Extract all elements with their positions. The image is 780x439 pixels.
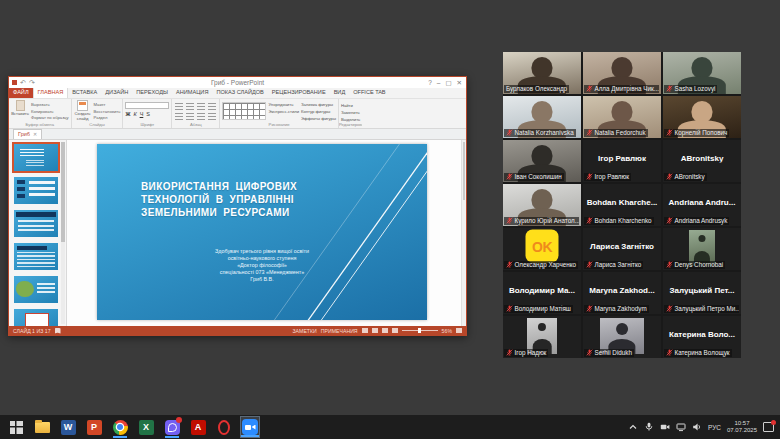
tab-office-tab[interactable]: OFFICE TAB bbox=[349, 87, 389, 98]
undo-icon[interactable]: ↶ bbox=[20, 80, 26, 85]
participant-tile[interactable]: Maryna Zakhod...Maryna Zakhodym bbox=[583, 272, 661, 314]
reading-view-icon[interactable] bbox=[382, 328, 388, 333]
participant-tile[interactable]: Denys Chornobai bbox=[663, 228, 741, 270]
zoom-percent[interactable]: 56% bbox=[442, 328, 452, 334]
participant-tile[interactable]: Залуцький Пет...Залуцький Петро Ми... bbox=[663, 272, 741, 314]
participant-tile[interactable]: ABronitskyABronitsky bbox=[663, 140, 741, 182]
tab-файл[interactable]: ФАЙЛ bbox=[9, 87, 33, 98]
tab-рецензирование[interactable]: РЕЦЕНЗИРОВАНИЕ bbox=[268, 87, 330, 98]
tab-переходы[interactable]: ПЕРЕХОДЫ bbox=[132, 87, 172, 98]
participant-tile[interactable]: Ігор РавлюкІгор Равлюк bbox=[583, 140, 661, 182]
current-slide[interactable]: ВИКОРИСТАННЯ ЦИФРОВИХ ТЕХНОЛОГІЙ В УПРАВ… bbox=[97, 144, 427, 320]
chrome-icon[interactable] bbox=[110, 416, 130, 438]
strike-button[interactable]: S bbox=[146, 111, 150, 117]
find-button[interactable]: Найти bbox=[341, 103, 360, 108]
reset-button[interactable]: Восстановить bbox=[94, 109, 121, 114]
comments-button[interactable]: ПРИМЕЧАНИЯ bbox=[321, 328, 358, 334]
participant-tile[interactable]: Катерина Воло...Катерина Волощук bbox=[663, 316, 741, 358]
underline-button[interactable]: Ч bbox=[140, 111, 144, 117]
layout-button[interactable]: Макет bbox=[94, 102, 121, 107]
new-slide-button[interactable]: Создать слайд bbox=[74, 100, 92, 122]
zoom-slider[interactable] bbox=[402, 330, 438, 331]
opera-icon[interactable] bbox=[214, 416, 234, 438]
cut-button[interactable]: Вырезать bbox=[31, 102, 69, 107]
slide-thumbnail-6[interactable] bbox=[14, 309, 58, 326]
spell-check-icon[interactable] bbox=[55, 328, 61, 334]
participant-tile[interactable]: Лариса ЗагніткоЛариса Загнітко bbox=[583, 228, 661, 270]
participant-tile[interactable]: Володимир Ма...Володимир Матіяш bbox=[503, 272, 581, 314]
tab-вставка[interactable]: ВСТАВКА bbox=[68, 87, 101, 98]
tray-volume-icon[interactable] bbox=[692, 422, 702, 432]
tray-mic-icon[interactable] bbox=[644, 422, 654, 432]
tab-вид[interactable]: ВИД bbox=[330, 87, 350, 98]
minimize-button[interactable]: – bbox=[437, 79, 441, 87]
participant-tile[interactable]: Andriana Andru...Andriana Andrusyk bbox=[663, 184, 741, 226]
participant-tile[interactable]: Алла Дмитрівна Чик... bbox=[583, 52, 661, 94]
tab-дизайн[interactable]: ДИЗАЙН bbox=[101, 87, 132, 98]
arrange-button[interactable]: Упорядочить bbox=[268, 102, 299, 107]
italic-button[interactable]: К bbox=[133, 111, 136, 117]
normal-view-icon[interactable] bbox=[362, 328, 368, 333]
acrobat-icon[interactable]: A bbox=[188, 416, 208, 438]
file-tab[interactable]: Гриб ✕ bbox=[13, 129, 42, 139]
copy-button[interactable]: Копировать bbox=[31, 109, 69, 114]
slide-thumbnail-4[interactable] bbox=[14, 243, 58, 270]
shapes-gallery[interactable] bbox=[222, 102, 266, 120]
tab-показ-слайдов[interactable]: ПОКАЗ СЛАЙДОВ bbox=[212, 87, 267, 98]
shape-effects-button[interactable]: Эффекты фигуры bbox=[301, 116, 336, 121]
participant-tile[interactable]: Serhii Didukh bbox=[583, 316, 661, 358]
clock[interactable]: 10:57 07.07.2025 bbox=[727, 420, 757, 434]
participant-tile[interactable]: Іван Соколишин bbox=[503, 140, 581, 182]
shape-outline-button[interactable]: Контур фигуры bbox=[301, 109, 336, 114]
canvas-scrollbar[interactable] bbox=[461, 140, 466, 326]
replace-button[interactable]: Заменить bbox=[341, 110, 360, 115]
tab-анимация[interactable]: АНИМАЦИЯ bbox=[172, 87, 212, 98]
participant-tile[interactable]: Natalia Korzhanivska bbox=[503, 96, 581, 138]
slide-thumbnail-1[interactable] bbox=[14, 144, 58, 171]
thumbnail-scrollbar[interactable] bbox=[61, 142, 65, 324]
word-icon[interactable]: W bbox=[58, 416, 78, 438]
slide-thumbnail-2[interactable] bbox=[14, 177, 58, 204]
format-painter-button[interactable]: Формат по образцу bbox=[31, 115, 69, 120]
quick-styles-button[interactable]: Экспресс-стили bbox=[268, 109, 299, 114]
excel-icon[interactable]: X bbox=[136, 416, 156, 438]
slideshow-icon[interactable] bbox=[392, 328, 398, 333]
tray-camera-icon[interactable] bbox=[660, 422, 670, 432]
file-tab-close-icon[interactable]: ✕ bbox=[33, 130, 37, 139]
paragraph-buttons[interactable] bbox=[174, 100, 217, 122]
bold-button[interactable]: Ж bbox=[125, 111, 130, 117]
redo-icon[interactable]: ↷ bbox=[29, 80, 35, 85]
fit-to-window-icon[interactable] bbox=[456, 328, 462, 333]
section-button[interactable]: Раздел bbox=[94, 115, 121, 120]
maximize-button[interactable]: ▢ bbox=[445, 79, 451, 87]
slide-diagonal-lines bbox=[97, 144, 427, 320]
viber-icon[interactable] bbox=[162, 416, 182, 438]
start-icon[interactable] bbox=[6, 416, 26, 438]
zoom-icon[interactable] bbox=[240, 416, 260, 438]
slide-thumbnail-3[interactable] bbox=[14, 210, 58, 237]
close-button[interactable]: ✕ bbox=[457, 79, 462, 87]
participant-tile[interactable]: Курило Юрій Анатол... bbox=[503, 184, 581, 226]
action-center-icon[interactable] bbox=[763, 422, 774, 432]
participant-tile[interactable]: Ігор Надюк bbox=[503, 316, 581, 358]
zoom-glyph bbox=[242, 419, 258, 435]
participant-tile[interactable]: Корнелій Попович bbox=[663, 96, 741, 138]
explorer-icon[interactable] bbox=[32, 416, 52, 438]
slide-thumbnail-5[interactable] bbox=[14, 276, 58, 303]
font-name-box[interactable] bbox=[125, 102, 169, 109]
participant-tile[interactable]: Bohdan Kharche...Bohdan Kharchenko bbox=[583, 184, 661, 226]
participant-tile[interactable]: Бурлаков Олександр bbox=[503, 52, 581, 94]
tray-expand-icon[interactable] bbox=[628, 422, 638, 432]
notes-button[interactable]: ЗАМЕТКИ bbox=[292, 328, 316, 334]
participant-tile[interactable]: Sasha Lozovyi bbox=[663, 52, 741, 94]
language-indicator[interactable]: РУС bbox=[708, 424, 721, 431]
paste-button[interactable]: Вставить bbox=[11, 100, 29, 122]
shape-fill-button[interactable]: Заливка фигуры bbox=[301, 102, 336, 107]
slide-sorter-icon[interactable] bbox=[372, 328, 378, 333]
participant-tile[interactable]: Natalia Fedorchuk bbox=[583, 96, 661, 138]
participant-tile[interactable]: OKОлександр Харченко bbox=[503, 228, 581, 270]
powerpoint-icon[interactable]: P bbox=[84, 416, 104, 438]
help-button[interactable]: ? bbox=[428, 79, 432, 87]
save-icon[interactable] bbox=[12, 80, 17, 85]
tray-network-icon[interactable] bbox=[676, 422, 686, 432]
